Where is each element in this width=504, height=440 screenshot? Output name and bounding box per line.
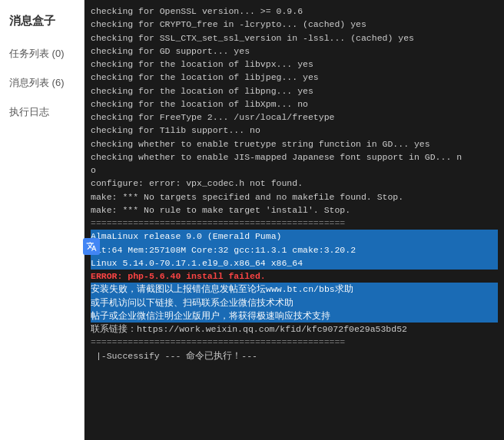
terminal-line: checking for SSL_CTX_set_ssl_version in … — [91, 31, 498, 45]
terminal-line: checking whether to enable JIS-mapped Ja… — [91, 151, 498, 177]
terminal-line: checking whether to enable truetype stri… — [91, 137, 498, 151]
terminal-line: make: *** No targets specified and no ma… — [91, 190, 498, 203]
terminal-line: make: *** No rule to make target 'instal… — [91, 203, 498, 217]
sidebar: 消息盒子 任务列表 (0) 消息列表 (6) 执行日志 — [0, 0, 85, 440]
terminal-line: ========================================… — [91, 336, 498, 349]
terminal-line: checking for T1lib support... no — [91, 124, 498, 137]
terminal-line: checking for OpenSSL version... >= 0.9.6 — [91, 5, 498, 18]
terminal-line: checking for FreeType 2... /usr/local/fr… — [91, 111, 498, 124]
terminal-line: ERROR: php-5.6.40 install failed. — [91, 270, 498, 283]
sidebar-item-message-list[interactable]: 消息列表 (6) — [0, 68, 84, 98]
terminal-line: checking for the location of libjpeg... … — [91, 71, 498, 84]
terminal-line: Bit:64 Mem:257108M Core:32 gcc:11.3.1 cm… — [91, 243, 498, 256]
terminal-line: configure: error: vpx_codec.h not found. — [91, 177, 498, 190]
terminal-line: checking for GD support... yes — [91, 45, 498, 58]
main-content: checking for OpenSSL version... >= 0.9.6… — [85, 0, 504, 440]
terminal-line: checking for the location of libXpm... n… — [91, 98, 498, 111]
terminal-line: 联系链接：https://work.weixin.qq.com/kfid/kfc… — [91, 323, 498, 336]
terminal-line: 安装失败，请截图以上报错信息发帖至论坛www.bt.cn/bbs求助 — [91, 283, 498, 296]
terminal-line: checking for the location of libvpx... y… — [91, 58, 498, 71]
terminal-line: checking for CRYPTO_free in -lcrypto... … — [91, 18, 498, 31]
sidebar-item-task-list[interactable]: 任务列表 (0) — [0, 39, 84, 68]
sidebar-title: 消息盒子 — [0, 8, 84, 39]
terminal-line: 或手机访问以下链接、扫码联系企业微信技术术助 — [91, 296, 498, 309]
terminal-line: 帖子或企业微信注明企业版用户，将获得极速响应技术支持 — [91, 309, 498, 323]
terminal-line: Linux 5.14.0-70.17.1.el9_0.x86_64 x86_64 — [91, 256, 498, 270]
terminal-line: checking for the location of libpng... y… — [91, 84, 498, 98]
terminal[interactable]: checking for OpenSSL version... >= 0.9.6… — [85, 0, 504, 440]
terminal-line: |-Successify --- 命令已执行！--- — [91, 349, 498, 362]
sidebar-item-exec-log[interactable]: 执行日志 — [0, 98, 84, 127]
terminal-line: AlmaLinux release 9.0 (Emerald Puma) — [91, 230, 498, 243]
terminal-line: ========================================… — [91, 217, 498, 230]
translate-icon[interactable] — [83, 238, 100, 255]
